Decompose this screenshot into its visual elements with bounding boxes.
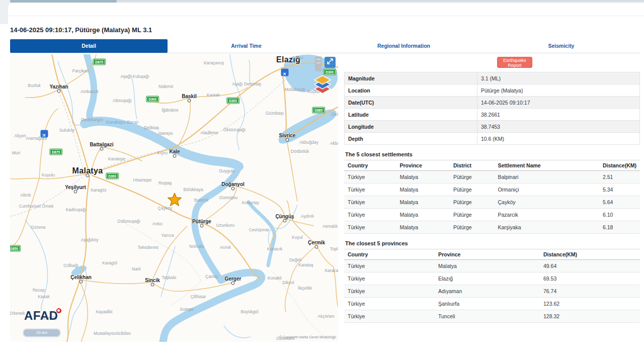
top-chrome-strip — [117, 0, 644, 2]
cell: 123.62 — [540, 298, 640, 310]
tab-regional-information[interactable]: Regional Information — [325, 39, 482, 53]
provinces-table: CountryProvinceDistance(KM)TürkiyeMalaty… — [344, 249, 640, 323]
cell: Türkiye — [344, 196, 396, 209]
place-marker — [173, 154, 177, 158]
table-row: TürkiyeMalatyaPütürgeÇayköy5.64 — [344, 196, 640, 209]
airport-icon: ✈ — [41, 130, 48, 138]
fullscreen-button[interactable] — [325, 57, 336, 68]
detail-panel: Earthquake Report Magnitude3.1 (ML)Locat… — [344, 54, 640, 323]
table-row: TürkiyeTunceli128.32 — [344, 310, 640, 323]
detail-label: Longitude — [345, 121, 477, 133]
cell: Türkiye — [344, 285, 435, 298]
detail-row: Depth10.6 (KM) — [345, 133, 640, 145]
cell: Karşiyaka — [494, 221, 599, 234]
cell: Pütürge — [450, 171, 495, 184]
content-panel-top — [8, 3, 644, 25]
road-shield: D300 — [324, 69, 336, 75]
cell: 2.51 — [599, 171, 640, 184]
road-shield: D850 — [10, 246, 20, 251]
column-header: Province — [396, 160, 449, 171]
cell: 5.64 — [599, 196, 640, 209]
settlements-table: CountryProvinceDistrictSettlement NameDi… — [344, 160, 640, 234]
detail-row: Magnitude3.1 (ML) — [345, 72, 640, 84]
tab-bar: DetailArrival TimeRegional InformationSe… — [10, 39, 640, 53]
column-header: Province — [435, 249, 540, 260]
place-marker — [315, 245, 318, 249]
detail-label: Magnitude — [345, 72, 477, 84]
road-shield: D875 — [93, 59, 105, 65]
earthquake-report-button[interactable]: Earthquake Report — [497, 57, 532, 68]
cell: Şanlıurfa — [435, 298, 540, 310]
cell: Türkiye — [344, 310, 435, 323]
table-row: TürkiyeAdıyaman76.74 — [344, 285, 640, 298]
place-marker — [286, 138, 289, 142]
table-row: TürkiyeElazığ69.53 — [344, 273, 640, 285]
column-header: District — [450, 160, 495, 171]
cell: Balpinari — [494, 171, 599, 184]
column-header: Settlement Name — [494, 160, 599, 171]
earthquake-detail-table: Magnitude3.1 (ML)LocationPütürge (Malaty… — [344, 72, 640, 145]
detail-row: LocationPütürge (Malatya) — [345, 84, 640, 97]
cell: Malatya — [396, 196, 449, 209]
place-marker — [151, 283, 154, 287]
cell: Malatya — [396, 221, 449, 234]
detail-value: Pütürge (Malatya) — [477, 84, 640, 97]
zoom-slider-control[interactable] — [315, 56, 322, 71]
cell: Türkiye — [344, 273, 435, 285]
cell: 6.18 — [599, 221, 640, 234]
detail-row: Date(UTC)14-06-2025 09:10:17 — [345, 97, 640, 109]
place-marker — [231, 187, 235, 191]
place-marker — [86, 174, 90, 177]
column-header: Distance(KM) — [540, 249, 640, 260]
place-marker — [57, 89, 61, 93]
table-row: TürkiyeMalatyaPütürgeBalpinari2.51 — [344, 171, 640, 184]
road-shield: D300 — [227, 98, 239, 104]
tab-arrival-time[interactable]: Arrival Time — [168, 39, 325, 53]
cell: Pazarcik — [494, 209, 599, 221]
tab-seismicity[interactable]: Seismicity — [482, 39, 640, 53]
map-scale: 20 km — [23, 328, 61, 337]
place-marker — [200, 224, 204, 228]
cell: Türkiye — [344, 260, 435, 273]
cell: Malatya — [396, 171, 449, 184]
airport-icon: ✈ — [281, 69, 289, 76]
cell: Pütürge — [450, 209, 495, 221]
cell: Pütürge — [450, 196, 495, 209]
table-row: TürkiyeŞanlıurfa123.62 — [344, 298, 640, 310]
road-shield: D300 — [146, 97, 158, 102]
place-marker — [74, 190, 77, 194]
cell: Malatya — [435, 260, 540, 273]
place-marker — [79, 280, 83, 284]
cell: Elazığ — [435, 273, 540, 285]
table-row: TürkiyeMalatyaPütürgeOrmaniçi5.34 — [344, 184, 640, 196]
layers-button[interactable] — [314, 75, 331, 97]
detail-value: 38.2661 — [477, 109, 640, 121]
left-chrome-strip — [0, 8, 8, 24]
cell: Türkiye — [344, 171, 396, 184]
cell: Malatya — [396, 209, 449, 221]
settlements-title: The 5 closest settlements — [345, 151, 640, 157]
cell: Pütürge — [450, 221, 495, 234]
detail-value: 10.6 (KM) — [477, 133, 640, 145]
map[interactable]: ElazığMalatyaYazıhanBaskilBattalgaziKale… — [10, 54, 338, 342]
top-chrome-tab — [10, 0, 117, 3]
cell: Türkiye — [344, 298, 435, 310]
detail-row: Longitude38.7453 — [345, 121, 640, 133]
cell: Çayköy — [494, 196, 599, 209]
layers-icon — [314, 87, 331, 96]
cell: 49.64 — [540, 260, 640, 273]
detail-label: Depth — [345, 133, 477, 145]
road-shield: D300 — [106, 173, 118, 179]
divider-line — [8, 16, 644, 16]
place-marker — [231, 282, 235, 285]
tab-detail[interactable]: Detail — [10, 39, 168, 53]
cell: Ormaniçi — [494, 184, 599, 196]
cell: Pütürge — [450, 184, 495, 196]
header-row: CountryProvinceDistrictSettlement NameDi… — [344, 160, 640, 171]
expand-arrows-icon — [327, 58, 334, 67]
detail-row: Latitude38.2661 — [345, 109, 640, 121]
cell: 69.53 — [540, 273, 640, 285]
detail-value: 38.7453 — [477, 121, 640, 133]
table-row: TürkiyeMalatya49.64 — [344, 260, 640, 273]
page-title: 14-06-2025 09:10:17, Pütürge (Malatya) M… — [10, 26, 152, 34]
